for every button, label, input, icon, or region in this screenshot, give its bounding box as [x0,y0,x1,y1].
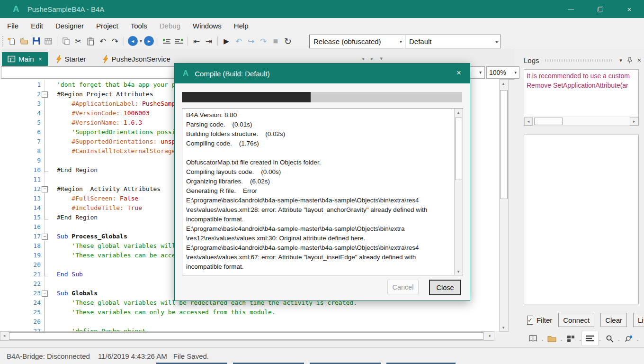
compile-log-output[interactable]: B4A Version: 8.80Parsing code. (0.01s)Bu… [182,108,463,275]
find-references-icon[interactable] [601,331,617,346]
menu-windows[interactable]: Windows [187,22,228,30]
fold-marker[interactable]: − [45,90,55,99]
pin-icon[interactable] [627,57,633,64]
fold-column [45,308,55,317]
scroll-right-icon[interactable]: ▸ [486,332,494,339]
panel-drag-handle[interactable] [545,59,613,62]
undo-button[interactable]: ↶ [97,36,108,47]
tab-starter[interactable]: Starter [50,52,95,66]
navigate-back-button[interactable]: ◄ [127,36,139,47]
stop-button[interactable]: ■ [270,36,281,47]
menu-file[interactable]: File [1,22,25,30]
compile-log-scrollbar[interactable]: ▴ ▾ [454,109,463,275]
close-button[interactable]: Close [429,280,461,295]
build-configuration-select[interactable]: Release (obfuscated) ▾ [309,35,405,48]
editor-zoom-select[interactable]: 100% ▾ [486,66,519,79]
logs-controls: ✓ Filter ConnectClearList Pe [524,313,644,327]
menu-edit[interactable]: Edit [25,22,49,30]
paste-button[interactable] [85,36,96,47]
scroll-right-icon[interactable]: ▸ [630,117,638,126]
save-button[interactable] [30,36,42,47]
tab-scroll-right-button[interactable]: ▸ [371,55,374,62]
tab-list-dropdown[interactable]: ▾ [380,55,383,62]
code-line-25[interactable]: 25 'These variables can only be accessed… [0,308,499,317]
fold-column [45,298,55,308]
open-project-button[interactable] [18,36,29,47]
scroll-left-icon[interactable]: ◂ [0,332,8,339]
tab-close-icon[interactable]: × [39,56,42,63]
rebuild-button[interactable]: ↻ [282,36,294,47]
log-message: Remove SetApplicationAttribute(ar [527,81,638,90]
code-text: #IncludeTitle: True [55,203,142,213]
tab-scroll-left-button[interactable]: ◂ [361,55,364,62]
libraries-manager-icon[interactable] [525,331,541,346]
line-number: 2 [0,90,45,99]
fold-column [45,279,55,289]
line-number: 10 [0,165,45,175]
fold-marker[interactable]: − [45,184,55,194]
code-line-26[interactable]: 26 [0,317,499,327]
step-into-button[interactable]: ↪ [245,36,257,47]
code-text: #CanInstallToExternalStorage [55,146,175,156]
cut-button[interactable]: ✂ [72,36,84,47]
back-history-dropdown[interactable]: ▾ [140,38,142,44]
logs-tab-icon[interactable] [581,331,599,346]
tab-main[interactable]: Main× [2,52,48,66]
editor-vertical-scrollbar[interactable]: ▴ ▾ [499,79,509,332]
redo-button[interactable]: ↷ [109,36,121,47]
build-profile-select[interactable]: Default ▾ [405,35,501,48]
line-number: 7 [0,137,45,146]
outdent-button[interactable]: ⇤ [191,36,202,47]
menu-project[interactable]: Project [90,22,125,30]
close-button[interactable]: × [615,0,644,18]
toolbar-overflow-button[interactable]: ▾ [496,39,499,44]
line-number: 14 [0,203,45,213]
compile-log-line: Generating R file. Error [186,186,454,196]
code-text: #FullScreen: False [55,194,138,203]
navigate-forward-button[interactable]: ► [143,36,155,47]
menu-designer[interactable]: Designer [49,22,90,30]
scroll-down-icon[interactable]: ▾ [500,324,507,331]
restore-button[interactable] [585,0,615,18]
clear-button[interactable]: Clear [600,313,627,327]
comment-button[interactable] [161,36,172,47]
cancel-button: Cancel [387,280,419,294]
logs-horizontal-scrollbar[interactable]: ◂ ▸ [524,117,638,126]
scroll-left-icon[interactable]: ◂ [524,117,533,126]
files-manager-icon[interactable] [544,331,560,346]
b4a-logo-icon: A [13,4,19,14]
fold-marker[interactable]: − [45,232,55,241]
line-number: 13 [0,194,45,203]
scroll-down-icon[interactable]: ▾ [455,268,462,275]
scroll-up-icon[interactable]: ▴ [455,109,462,116]
fold-marker[interactable]: − [45,289,55,298]
new-file-button[interactable] [6,36,17,47]
copy-button[interactable] [60,36,72,47]
toolbar-drag-handle[interactable] [2,36,3,46]
step-over-button[interactable]: ↷ [258,36,269,47]
tab-pushejsonservice[interactable]: PusheJsonService [97,52,179,66]
indent-button[interactable]: ⇥ [203,36,215,47]
dialog-close-icon[interactable]: × [456,68,461,78]
editor-horizontal-scrollbar[interactable]: ◂ ▸ [0,331,494,341]
menu-tools[interactable]: Tools [125,22,153,30]
export-project-button[interactable] [43,36,54,47]
minimize-button[interactable] [556,0,585,18]
logs-panel: Logs ▾ × It is recommended to use a cust… [521,51,644,350]
uncomment-button[interactable] [173,36,185,47]
filter-label: Filter [537,316,552,324]
modules-icon[interactable] [563,331,579,346]
quick-search-icon[interactable] [620,331,636,346]
panel-close-button[interactable]: × [637,56,641,64]
scroll-up-icon[interactable]: ▴ [500,80,507,87]
resume-button[interactable]: ↶ [233,36,244,47]
filter-checkbox[interactable]: ✓ [527,316,533,325]
logs-list[interactable]: It is recommended to use a customRemove … [524,69,639,126]
connect-button[interactable]: Connect [558,313,594,327]
menu-help[interactable]: Help [228,22,255,30]
compile-dialog-titlebar[interactable]: A Compile (Build: Default) × [175,64,470,83]
compile-log-line: Compiling layouts code. (0.00s) [186,167,454,177]
run-button[interactable]: ▶ [221,36,232,47]
panel-menu-dropdown[interactable]: ▾ [619,57,622,64]
list-p-button[interactable]: List Pe [633,313,644,327]
